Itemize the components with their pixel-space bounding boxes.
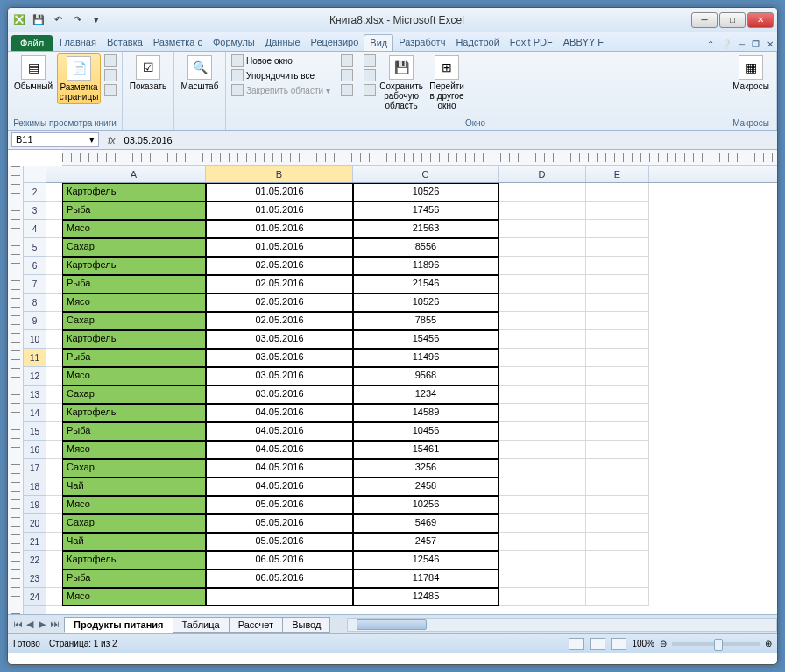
cell[interactable]	[586, 367, 649, 386]
cell[interactable]	[499, 275, 586, 294]
cell[interactable]: Рыба	[62, 202, 206, 220]
sync-scroll-button[interactable]	[362, 68, 378, 82]
row-header[interactable]: 22	[24, 551, 46, 569]
cell[interactable]: 15456	[353, 330, 499, 349]
workbook-close-icon[interactable]: ✕	[763, 38, 777, 51]
grid[interactable]: ABCDE Картофель01.05.201610526Рыба01.05.…	[46, 166, 777, 614]
cell[interactable]	[586, 496, 649, 514]
cell[interactable]	[499, 404, 586, 422]
ribbon-tab[interactable]: Главная	[54, 34, 102, 51]
row-header[interactable]: 12	[24, 367, 46, 386]
cell[interactable]	[586, 551, 649, 569]
row-header[interactable]: 21	[24, 533, 46, 551]
normal-view-button[interactable]: ▤ Обычный	[11, 53, 55, 93]
cell[interactable]: Мясо	[62, 441, 206, 459]
cell[interactable]	[586, 349, 649, 367]
cell[interactable]	[586, 312, 649, 330]
cell[interactable]: Картофель	[62, 330, 206, 349]
cell[interactable]: 11784	[353, 569, 499, 588]
row-header[interactable]: 23	[24, 569, 46, 588]
cell[interactable]	[499, 569, 586, 588]
hide-button[interactable]	[339, 68, 355, 82]
show-button[interactable]: ☑ Показать	[126, 53, 170, 93]
cell[interactable]: Мясо	[62, 588, 206, 606]
cell[interactable]: 21563	[353, 220, 499, 238]
cell[interactable]: 04.05.2016	[206, 422, 353, 441]
workbook-minimize-icon[interactable]: ─	[735, 38, 748, 51]
cell[interactable]: Мясо	[62, 294, 206, 312]
cell[interactable]	[499, 330, 586, 349]
cell[interactable]: 02.05.2016	[206, 275, 353, 294]
cell[interactable]	[499, 533, 586, 551]
cell[interactable]	[499, 422, 586, 441]
cell[interactable]	[586, 477, 649, 496]
cell[interactable]: 1234	[353, 386, 499, 404]
cell[interactable]	[586, 238, 649, 257]
cell[interactable]	[499, 441, 586, 459]
row-header[interactable]: 13	[24, 386, 46, 404]
help-icon[interactable]: ❔	[718, 38, 735, 51]
ribbon-tab[interactable]: Вставка	[102, 34, 148, 51]
cell[interactable]: Рыба	[62, 569, 206, 588]
cell[interactable]	[586, 569, 649, 588]
ribbon-tab[interactable]: Разметка с	[148, 34, 208, 51]
undo-icon[interactable]: ↶	[50, 12, 66, 28]
cell[interactable]: 05.05.2016	[206, 496, 353, 514]
cell[interactable]: 2457	[353, 533, 499, 551]
cell[interactable]: 14589	[353, 404, 499, 422]
file-tab[interactable]: Файл	[11, 35, 53, 51]
cell[interactable]: Рыба	[62, 275, 206, 294]
cell[interactable]: 17456	[353, 202, 499, 220]
tab-prev-icon[interactable]: ◀	[24, 619, 36, 630]
cell[interactable]: Чай	[62, 533, 206, 551]
cell[interactable]	[586, 441, 649, 459]
row-header[interactable]: 18	[24, 477, 46, 496]
cell[interactable]	[499, 386, 586, 404]
cell[interactable]	[586, 330, 649, 349]
scrollbar-thumb[interactable]	[357, 619, 427, 630]
cell[interactable]	[499, 459, 586, 477]
cell[interactable]: 05.05.2016	[206, 514, 353, 533]
cell[interactable]: Рыба	[62, 422, 206, 441]
cell[interactable]	[586, 202, 649, 220]
cell[interactable]: 05.05.2016	[206, 533, 353, 551]
cell[interactable]: 03.05.2016	[206, 349, 353, 367]
tab-first-icon[interactable]: ⏮	[11, 619, 24, 630]
cell[interactable]: 03.05.2016	[206, 386, 353, 404]
switch-windows-button[interactable]: ⊞ Перейти в другое окно	[425, 53, 469, 112]
cell[interactable]: 04.05.2016	[206, 441, 353, 459]
row-header[interactable]: 4	[24, 220, 46, 238]
cell[interactable]: 04.05.2016	[206, 404, 353, 422]
column-header[interactable]: A	[62, 166, 206, 182]
row-header[interactable]: 19	[24, 496, 46, 514]
page-break-preview-button[interactable]	[103, 53, 118, 67]
arrange-all-button[interactable]: Упорядочить все	[230, 68, 332, 82]
reset-position-button[interactable]	[362, 83, 378, 97]
row-header[interactable]: 3	[24, 202, 46, 220]
cell[interactable]: Картофель	[62, 551, 206, 569]
column-header[interactable]: B	[206, 166, 353, 182]
cell[interactable]: Мясо	[62, 220, 206, 238]
cell[interactable]	[499, 257, 586, 275]
sheet-tab[interactable]: Таблица	[173, 617, 230, 633]
cell[interactable]: 01.05.2016	[206, 183, 353, 202]
formula-input[interactable]: 03.05.2016	[121, 135, 777, 145]
row-header[interactable]: 6	[24, 257, 46, 275]
cell[interactable]	[499, 294, 586, 312]
select-all-corner[interactable]	[24, 166, 46, 183]
cell[interactable]: 04.05.2016	[206, 459, 353, 477]
ribbon-minimize-icon[interactable]: ⌃	[704, 38, 718, 51]
cell[interactable]	[499, 349, 586, 367]
row-header[interactable]: 17	[24, 459, 46, 477]
cell[interactable]: 7855	[353, 312, 499, 330]
cell[interactable]: 01.05.2016	[206, 238, 353, 257]
cell[interactable]: 02.05.2016	[206, 257, 353, 275]
cell[interactable]: Сахар	[62, 312, 206, 330]
cell[interactable]: 5469	[353, 514, 499, 533]
macros-button[interactable]: ▦ Макросы	[729, 53, 773, 93]
column-header[interactable]: E	[586, 166, 649, 182]
cell[interactable]: 8556	[353, 238, 499, 257]
cell[interactable]: 11896	[353, 257, 499, 275]
cell[interactable]: 11496	[353, 349, 499, 367]
row-header[interactable]: 10	[24, 330, 46, 349]
